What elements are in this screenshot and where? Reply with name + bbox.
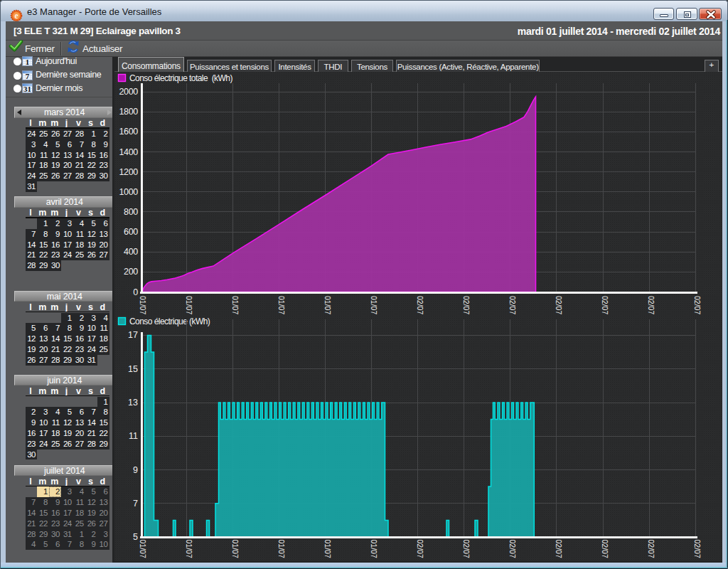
- svg-text:0: 0: [133, 287, 138, 297]
- svg-text:02/07: 02/07: [555, 296, 563, 314]
- svg-text:1800: 1800: [119, 107, 138, 117]
- svg-text:01/07: 01/07: [139, 296, 147, 314]
- svg-text:17: 17: [128, 330, 138, 340]
- svg-text:01/07: 01/07: [277, 540, 286, 558]
- svg-text:01/07: 01/07: [370, 296, 378, 314]
- svg-text:1200: 1200: [119, 167, 138, 177]
- svg-text:1000: 1000: [119, 187, 138, 197]
- svg-text:02/07: 02/07: [601, 296, 609, 314]
- svg-text:02/07: 02/07: [647, 296, 655, 314]
- svg-text:9: 9: [133, 465, 138, 475]
- svg-text:400: 400: [124, 247, 138, 257]
- svg-text:1600: 1600: [119, 127, 138, 137]
- svg-text:01/07: 01/07: [185, 296, 193, 314]
- svg-text:15: 15: [128, 364, 138, 374]
- svg-text:01/07: 01/07: [277, 296, 286, 314]
- svg-text:01/07: 01/07: [370, 540, 378, 558]
- svg-text:200: 200: [124, 267, 138, 277]
- svg-text:13: 13: [128, 398, 138, 408]
- svg-text:02/07: 02/07: [693, 296, 702, 314]
- svg-text:02/07: 02/07: [462, 540, 471, 558]
- svg-text:e: e: [14, 11, 18, 20]
- svg-text:02/07: 02/07: [508, 296, 517, 314]
- svg-text:01/07: 01/07: [323, 296, 332, 314]
- svg-text:600: 600: [124, 227, 138, 237]
- svg-text:2000: 2000: [119, 87, 138, 97]
- svg-text:1400: 1400: [119, 147, 138, 157]
- svg-text:02/07: 02/07: [647, 540, 655, 558]
- svg-text:02/07: 02/07: [416, 540, 424, 558]
- svg-text:Conso électrique totale (kWh): Conso électrique totale (kWh): [129, 73, 232, 83]
- svg-text:01/07: 01/07: [139, 540, 147, 558]
- svg-text:02/07: 02/07: [416, 296, 424, 314]
- svg-text:01/07: 01/07: [231, 540, 240, 558]
- svg-text:02/07: 02/07: [601, 540, 609, 558]
- svg-text:01/07: 01/07: [323, 540, 332, 558]
- svg-text:7: 7: [133, 499, 138, 509]
- svg-text:02/07: 02/07: [462, 296, 471, 314]
- svg-text:01/07: 01/07: [185, 540, 193, 558]
- svg-text:5: 5: [133, 532, 138, 542]
- svg-text:02/07: 02/07: [555, 540, 563, 558]
- svg-text:11: 11: [129, 431, 138, 441]
- svg-text:800: 800: [124, 207, 138, 217]
- svg-text:02/07: 02/07: [693, 540, 702, 558]
- svg-text:Conso électrique (kWh): Conso électrique (kWh): [129, 317, 210, 326]
- svg-text:02/07: 02/07: [508, 540, 517, 558]
- svg-text:01/07: 01/07: [231, 296, 240, 314]
